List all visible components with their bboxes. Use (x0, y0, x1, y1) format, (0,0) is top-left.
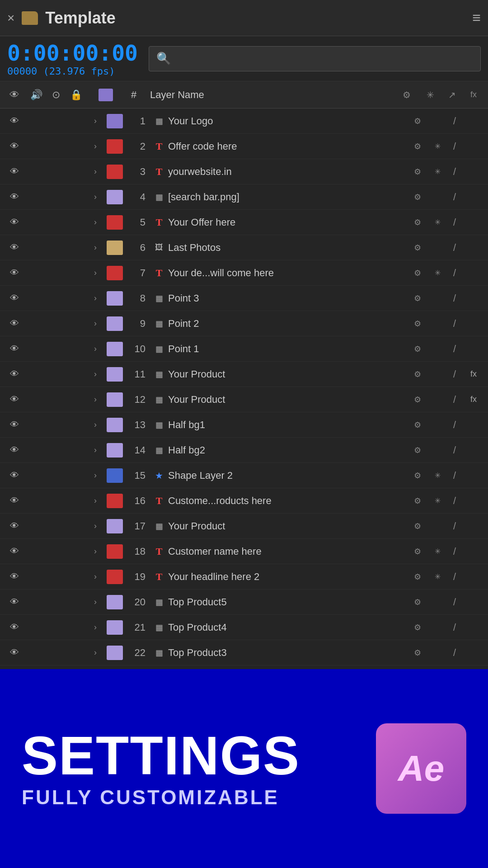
layer-visibility[interactable]: 👁 (4, 293, 25, 303)
layer-type: ▦ (150, 319, 168, 329)
layer-edit[interactable]: / (446, 242, 463, 254)
layer-edit[interactable]: / (446, 267, 463, 279)
layer-visibility[interactable]: 👁 (4, 470, 25, 481)
layer-visibility[interactable]: 👁 (4, 394, 25, 405)
layer-name-label: Your Product (168, 520, 407, 532)
layer-row[interactable]: 👁 › 6 🖼 Last Photos ⚙ / (0, 235, 488, 260)
layer-row[interactable]: 👁 › 9 ▦ Point 2 ⚙ / (0, 311, 488, 336)
layer-expand[interactable]: › (94, 648, 107, 657)
layer-edit[interactable]: / (446, 141, 463, 152)
layer-edit[interactable]: / (446, 622, 463, 633)
layer-row[interactable]: 👁 › 21 ▦ Top Product4 ⚙ / (0, 615, 488, 640)
layer-row[interactable]: 👁 › 20 ▦ Top Product5 ⚙ / (0, 590, 488, 615)
layer-expand[interactable]: › (94, 547, 107, 556)
layer-visibility[interactable]: 👁 (4, 369, 25, 379)
layer-expand[interactable]: › (94, 142, 107, 151)
layer-visibility[interactable]: 👁 (4, 217, 25, 227)
layer-expand[interactable]: › (94, 420, 107, 429)
layer-expand[interactable]: › (94, 395, 107, 404)
layer-color-swatch (107, 291, 123, 306)
col-lock-header: 🔒 (65, 89, 87, 101)
layer-row[interactable]: 👁 › 2 T Offer code here ⚙ ✳ / (0, 134, 488, 159)
layer-edit[interactable]: / (446, 368, 463, 380)
layer-expand[interactable]: › (94, 623, 107, 632)
layer-row[interactable]: 👁 › 18 T Customer name here ⚙ ✳ / (0, 539, 488, 564)
layer-edit[interactable]: / (446, 292, 463, 304)
layer-expand[interactable]: › (94, 369, 107, 379)
layer-expand[interactable]: › (94, 471, 107, 480)
layer-expand[interactable]: › (94, 192, 107, 202)
layer-row[interactable]: 👁 › 19 T Your headline here 2 ⚙ ✳ / (0, 564, 488, 590)
media-layer-icon: ▦ (155, 446, 163, 455)
layer-edit[interactable]: / (446, 571, 463, 583)
layer-visibility[interactable]: 👁 (4, 192, 25, 202)
layer-row[interactable]: 👁 › 22 ▦ Top Product3 ⚙ / (0, 640, 488, 665)
layer-visibility[interactable]: 👁 (4, 318, 25, 329)
layer-row[interactable]: 👁 › 14 ▦ Half bg2 ⚙ / (0, 438, 488, 463)
layer-visibility[interactable]: 👁 (4, 116, 25, 126)
layer-expand[interactable]: › (94, 496, 107, 505)
layer-expand[interactable]: › (94, 217, 107, 227)
layer-edit[interactable]: / (446, 546, 463, 557)
layer-color-swatch (107, 519, 123, 533)
layer-visibility[interactable]: 👁 (4, 166, 25, 177)
layer-visibility[interactable]: 👁 (4, 521, 25, 531)
layer-edit[interactable]: / (446, 191, 463, 203)
layer-edit[interactable]: / (446, 343, 463, 355)
layer-expand[interactable]: › (94, 116, 107, 126)
layer-row[interactable]: 👁 › 15 ★ Shape Layer 2 ⚙ ✳ / (0, 463, 488, 488)
layer-visibility[interactable]: 👁 (4, 268, 25, 278)
layer-edit[interactable]: / (446, 520, 463, 532)
layer-row[interactable]: 👁 › 12 ▦ Your Product ⚙ / fx (0, 387, 488, 412)
layer-expand[interactable]: › (94, 268, 107, 278)
layer-visibility[interactable]: 👁 (4, 647, 25, 658)
layer-visibility[interactable]: 👁 (4, 597, 25, 607)
layer-visibility[interactable]: 👁 (4, 495, 25, 506)
layer-visibility[interactable]: 👁 (4, 445, 25, 455)
layer-edit[interactable]: / (446, 217, 463, 228)
layer-row[interactable]: 👁 › 1 ▦ Your Logo ⚙ / (0, 108, 488, 134)
layer-row[interactable]: 👁 › 7 T Your de...will come here ⚙ ✳ / (0, 260, 488, 286)
star-layer-icon: ★ (155, 471, 163, 481)
layer-row[interactable]: 👁 › 5 T Your Offer here ⚙ ✳ / (0, 210, 488, 235)
layer-visibility[interactable]: 👁 (4, 242, 25, 253)
layer-edit[interactable]: / (446, 166, 463, 178)
layer-row[interactable]: 👁 › 3 T yourwebsite.in ⚙ ✳ / (0, 159, 488, 184)
layer-expand[interactable]: › (94, 445, 107, 455)
layer-edit[interactable]: / (446, 444, 463, 456)
search-bar[interactable]: 🔍 (149, 46, 481, 71)
layer-edit[interactable]: / (446, 470, 463, 481)
layer-edit[interactable]: / (446, 647, 463, 659)
layer-visibility[interactable]: 👁 (4, 622, 25, 632)
layer-row[interactable]: 👁 › 16 T Custome...roducts here ⚙ ✳ / (0, 488, 488, 514)
layer-expand[interactable]: › (94, 597, 107, 607)
layer-visibility[interactable]: 👁 (4, 141, 25, 151)
layer-row[interactable]: 👁 › 13 ▦ Half bg1 ⚙ / (0, 412, 488, 438)
layer-visibility[interactable]: 👁 (4, 546, 25, 557)
layer-expand[interactable]: › (94, 521, 107, 531)
layer-visibility[interactable]: 👁 (4, 344, 25, 354)
layer-expand[interactable]: › (94, 319, 107, 328)
search-input[interactable] (176, 53, 473, 65)
layer-expand[interactable]: › (94, 572, 107, 581)
layer-row[interactable]: 👁 › 10 ▦ Point 1 ⚙ / (0, 336, 488, 362)
layer-expand[interactable]: › (94, 243, 107, 252)
layer-expand[interactable]: › (94, 293, 107, 303)
layer-expand[interactable]: › (94, 344, 107, 354)
layer-edit[interactable]: / (446, 318, 463, 330)
layer-edit[interactable]: / (446, 115, 463, 127)
layer-edit[interactable]: / (446, 394, 463, 406)
layer-edit[interactable]: / (446, 419, 463, 431)
layer-row[interactable]: 👁 › 8 ▦ Point 3 ⚙ / (0, 286, 488, 311)
layer-visibility[interactable]: 👁 (4, 420, 25, 430)
layer-row[interactable]: 👁 › 17 ▦ Your Product ⚙ / (0, 514, 488, 539)
layer-row[interactable]: 👁 › 11 ▦ Your Product ⚙ / fx (0, 362, 488, 387)
layer-row[interactable]: 👁 › 4 ▦ [search bar.png] ⚙ / (0, 184, 488, 210)
layer-expand[interactable]: › (94, 167, 107, 176)
timecode-display[interactable]: 0:00:00:00 00000 (23.976 fps) (7, 40, 138, 77)
layer-visibility[interactable]: 👁 (4, 571, 25, 582)
menu-icon[interactable]: ≡ (472, 9, 481, 26)
layer-edit[interactable]: / (446, 495, 463, 507)
layer-edit[interactable]: / (446, 596, 463, 608)
close-button[interactable]: × (7, 11, 14, 25)
